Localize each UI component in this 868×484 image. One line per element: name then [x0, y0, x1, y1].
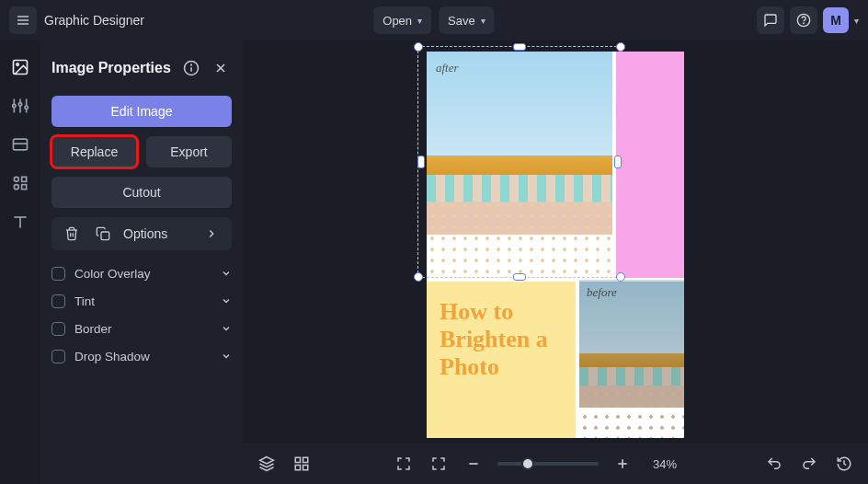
- options-list: Color Overlay Tint Border Drop Shadow: [51, 259, 232, 370]
- cell-after-image[interactable]: after: [427, 52, 612, 278]
- chevron-down-icon: ▾: [417, 16, 422, 26]
- close-panel-button[interactable]: [210, 57, 232, 79]
- svg-rect-29: [295, 457, 300, 462]
- grid-icon: [293, 455, 310, 472]
- undo-button[interactable]: [763, 453, 785, 475]
- svg-rect-21: [22, 185, 27, 190]
- svg-rect-27: [101, 232, 109, 240]
- zoom-in-button[interactable]: [611, 453, 634, 475]
- actual-size-button[interactable]: [428, 453, 450, 475]
- delete-button[interactable]: [61, 223, 83, 245]
- save-label: Save: [448, 14, 475, 28]
- cell-pink-block[interactable]: [614, 52, 684, 278]
- chevron-right-icon: [205, 227, 218, 240]
- after-caption: after: [436, 61, 459, 75]
- svg-point-13: [13, 104, 16, 107]
- rail-adjust-tool[interactable]: [10, 96, 30, 116]
- options-expand[interactable]: [200, 223, 223, 245]
- fit-screen-button[interactable]: [393, 453, 415, 475]
- layers-button[interactable]: [256, 453, 278, 475]
- chevron-down-icon: [221, 268, 232, 279]
- svg-rect-30: [303, 457, 308, 462]
- svg-rect-19: [22, 177, 27, 181]
- canvas-stage[interactable]: after How to Brighten a Photo before: [243, 40, 868, 444]
- copy-icon: [96, 226, 110, 241]
- cutout-label: Cutout: [122, 185, 160, 200]
- chevron-down-icon: [221, 295, 232, 306]
- plus-icon: [615, 456, 630, 471]
- option-drop-shadow[interactable]: Drop Shadow: [51, 342, 232, 370]
- shapes-icon: [11, 174, 29, 192]
- rail-text-tool[interactable]: [10, 212, 30, 232]
- layers-icon: [258, 455, 275, 472]
- chat-icon: [763, 13, 778, 28]
- history-icon: [836, 455, 852, 472]
- info-button[interactable]: [180, 57, 202, 79]
- cell-howto-block[interactable]: How to Brighten a Photo: [427, 280, 577, 438]
- chevron-down-icon[interactable]: ▾: [854, 16, 859, 26]
- app-title: Graphic Designer: [44, 13, 144, 28]
- open-button[interactable]: Open ▾: [373, 6, 431, 34]
- checkbox-icon: [51, 267, 65, 281]
- option-color-overlay[interactable]: Color Overlay: [51, 259, 232, 287]
- rail-image-tool[interactable]: [10, 57, 30, 77]
- bottom-bar: 34%: [243, 444, 868, 484]
- image-icon: [11, 58, 29, 76]
- save-button[interactable]: Save ▾: [439, 6, 495, 34]
- checkbox-icon: [51, 294, 65, 308]
- rail-layout-tool[interactable]: [10, 134, 30, 155]
- options-label[interactable]: Options: [123, 226, 191, 241]
- zoom-slider[interactable]: [497, 462, 599, 466]
- svg-point-18: [14, 177, 18, 181]
- pages-grid-button[interactable]: [291, 453, 313, 475]
- feedback-button[interactable]: [757, 6, 784, 34]
- avatar-initial: M: [830, 13, 841, 28]
- rail-elements-tool[interactable]: [10, 173, 30, 193]
- user-avatar[interactable]: M: [823, 7, 849, 33]
- edit-image-button[interactable]: Edit Image: [51, 96, 232, 127]
- history-button[interactable]: [833, 453, 855, 475]
- replace-label: Replace: [71, 144, 118, 159]
- design-page[interactable]: after How to Brighten a Photo before: [427, 52, 684, 438]
- edit-image-label: Edit Image: [111, 104, 173, 119]
- cutout-button[interactable]: Cutout: [51, 177, 232, 208]
- replace-button[interactable]: Replace: [51, 136, 137, 167]
- info-icon: [183, 60, 200, 76]
- undo-icon: [766, 455, 782, 472]
- option-tint[interactable]: Tint: [51, 287, 232, 315]
- svg-point-6: [17, 63, 18, 66]
- option-label: Border: [74, 322, 211, 336]
- zoom-thumb[interactable]: [521, 457, 534, 470]
- svg-marker-28: [260, 457, 274, 465]
- option-label: Tint: [74, 294, 211, 308]
- svg-rect-31: [295, 466, 300, 470]
- howto-text: How to Brighten a Photo: [440, 298, 563, 381]
- hamburger-icon: [16, 13, 30, 28]
- chevron-down-icon: ▾: [481, 16, 485, 26]
- svg-point-20: [14, 185, 18, 190]
- panel-title: Image Properties: [51, 60, 173, 76]
- svg-point-24: [191, 64, 192, 65]
- option-border[interactable]: Border: [51, 315, 232, 342]
- top-bar: Graphic Designer Open ▾ Save ▾ M ▾: [0, 0, 868, 40]
- duplicate-button[interactable]: [92, 223, 114, 245]
- help-button[interactable]: [790, 6, 817, 34]
- redo-button[interactable]: [798, 453, 820, 475]
- svg-point-14: [18, 103, 21, 106]
- checkbox-icon: [51, 322, 65, 336]
- redo-icon: [801, 455, 817, 472]
- hamburger-menu-button[interactable]: [9, 6, 37, 34]
- help-icon: [796, 13, 811, 28]
- option-label: Drop Shadow: [74, 350, 211, 363]
- zoom-percent[interactable]: 34%: [646, 457, 683, 471]
- zoom-out-button[interactable]: [463, 453, 485, 475]
- svg-point-15: [25, 106, 28, 109]
- fit-icon: [395, 455, 412, 472]
- layout-icon: [11, 135, 29, 154]
- close-icon: [213, 61, 228, 75]
- cell-before-image[interactable]: before: [579, 280, 684, 438]
- export-button[interactable]: Export: [146, 136, 232, 167]
- trash-icon: [64, 226, 79, 241]
- expand-icon: [430, 455, 447, 472]
- svg-point-4: [804, 23, 805, 24]
